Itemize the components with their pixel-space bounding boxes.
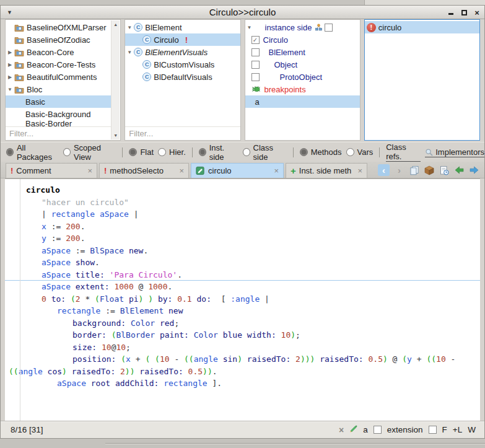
scroll-down-button[interactable]: ▼	[113, 131, 118, 139]
expander-icon[interactable]: ▼	[6, 87, 14, 92]
expander-icon[interactable]: ▼	[125, 50, 134, 55]
class-filter-input[interactable]	[125, 127, 240, 140]
close-icon[interactable]: ×	[355, 166, 362, 175]
package-row[interactable]: BaselineOfZodiac	[6, 33, 111, 46]
status-a-label: a	[363, 425, 368, 434]
tab-inst-side-metho[interactable]: +Inst. side metho×	[286, 163, 367, 178]
protocol-header-row[interactable]: ▼instance side	[245, 21, 360, 33]
minimize-button[interactable]	[447, 9, 455, 16]
nav-back-button[interactable]: ‹	[378, 164, 390, 176]
code-line: background: Color red;	[5, 317, 480, 330]
radio-flat[interactable]: Flat	[129, 147, 154, 157]
code-line: aSpace title: 'Para Circulo'.	[5, 269, 480, 281]
class-label: BlElement	[145, 23, 181, 32]
copy-icon[interactable]	[409, 165, 420, 176]
dismiss-icon[interactable]: ×	[339, 425, 344, 435]
class-row[interactable]: CCirculo!	[125, 33, 240, 46]
protocol-label: ProtoObject	[280, 72, 323, 82]
magnifier-icon	[425, 148, 433, 156]
radio-scoped-view[interactable]: Scoped View	[63, 143, 116, 162]
expander-icon[interactable]: ▶	[6, 50, 14, 55]
class-row[interactable]: ▼CBlElementVisuals	[125, 46, 240, 58]
protocol-row[interactable]: BlElement	[245, 46, 360, 58]
tab-methodselecto[interactable]: !methodSelecto×	[99, 163, 189, 178]
protocol-checkbox[interactable]	[251, 48, 260, 56]
class-row[interactable]: CBlDefaultVisuals	[125, 71, 240, 83]
tab-comment[interactable]: !Comment×	[6, 163, 97, 178]
package-row[interactable]: ▶BeautifulComments	[6, 71, 111, 83]
protocol-checkbox[interactable]	[251, 73, 260, 81]
protocol-row[interactable]: Object	[245, 58, 360, 71]
code-editor[interactable]: circulo"hacer un circulo"| rectangle aSp…	[5, 178, 480, 421]
package-row[interactable]: BaselineOfXMLParser	[6, 21, 111, 33]
expander-icon[interactable]: ▼	[245, 25, 254, 30]
extension-checkbox[interactable]	[374, 426, 382, 434]
packages-scrollbar[interactable]: ▲ ▼	[111, 20, 120, 139]
protocol-checkbox[interactable]: ✓	[251, 36, 260, 44]
package-tag-row[interactable]: Basic-Border	[6, 120, 111, 126]
expander-icon[interactable]: ▶	[6, 62, 14, 68]
header-checkbox[interactable]	[325, 24, 333, 32]
window-title: Circulo>>circulo	[1, 7, 484, 17]
expander-icon[interactable]: ▶	[6, 74, 14, 80]
radio-all-packages[interactable]: All Packages	[6, 143, 59, 162]
package-label: Basic-Background	[25, 110, 91, 119]
edit-pencil-icon[interactable]	[349, 425, 357, 435]
package-row[interactable]: ▶Beacon-Core	[6, 46, 111, 58]
status-bar: 8/16 [31] ×aextensionF+LW	[1, 421, 484, 438]
browse-forward-button[interactable]	[468, 165, 479, 176]
toolbar-separator	[293, 147, 294, 157]
link-class-refs[interactable]: Class refs.	[386, 143, 421, 162]
class-row[interactable]: ▼CBlElement	[125, 21, 240, 33]
code-line: 0 to: (2 * (Float pi) ) by: 0.1 do: [ :a…	[5, 293, 480, 305]
history-icon[interactable]	[439, 165, 450, 176]
method-row[interactable]: !circulo	[365, 21, 479, 33]
bug-icon	[251, 86, 261, 93]
scroll-up-button[interactable]: ▲	[113, 20, 118, 29]
radio-methods[interactable]: Methods	[300, 147, 342, 157]
copy-icon	[409, 165, 419, 175]
protocol-row[interactable]: a	[245, 95, 360, 108]
desktop-bottom-strip	[0, 439, 485, 448]
browser-window: ▼ Circulo>>circulo × BaselineOfXMLParser…	[0, 5, 485, 439]
radio-icon	[199, 148, 206, 156]
history-icon	[439, 165, 449, 175]
protocol-label: breakpoints	[264, 85, 306, 94]
packages-pane: BaselineOfXMLParserBaselineOfZodiac▶Beac…	[5, 19, 121, 141]
desktop-top-strip	[0, 0, 485, 5]
nav-forward-button[interactable]: ›	[393, 164, 405, 176]
package-row[interactable]: ▼Bloc	[6, 83, 111, 95]
radio-vars[interactable]: Vars	[346, 147, 374, 157]
class-row[interactable]: CBlCustomVisuals	[125, 58, 240, 71]
method-icon	[196, 166, 205, 175]
radio-hier[interactable]: Hier.	[158, 147, 186, 157]
expander-icon[interactable]: ▼	[125, 25, 134, 30]
package-tag-row[interactable]: Basic-Background	[6, 108, 111, 120]
method-label: circulo	[378, 23, 402, 32]
package-label: BaselineOfZodiac	[27, 35, 90, 45]
close-button[interactable]: ×	[473, 9, 481, 16]
protocol-row[interactable]: ✓Circulo	[245, 33, 360, 46]
protocol-checkbox[interactable]	[251, 61, 260, 69]
browse-back-button[interactable]	[453, 165, 465, 176]
radio-inst-side[interactable]: Inst. side	[199, 143, 238, 162]
close-icon[interactable]: ×	[85, 166, 92, 175]
class-label: BlCustomVisuals	[154, 60, 214, 69]
tab-label: Inst. side metho	[299, 166, 352, 175]
protocol-row[interactable]: breakpoints	[245, 83, 360, 95]
code-line: border: (BlBorder paint: Color blue widt…	[5, 329, 480, 341]
error-icon: !	[367, 23, 376, 32]
protocols-pane: ▼instance side✓CirculoBlElementObjectPro…	[245, 19, 360, 141]
tab-circulo[interactable]: circulo×	[191, 163, 284, 178]
maximize-button[interactable]	[460, 9, 468, 16]
link-implementors[interactable]: Implementors	[425, 147, 484, 157]
radio-class-side[interactable]: Class side	[243, 143, 287, 162]
package-row[interactable]: ▶Beacon-Core-Tests	[6, 58, 111, 71]
f-checkbox[interactable]	[429, 426, 437, 434]
protocol-row[interactable]: ProtoObject	[245, 71, 360, 83]
close-icon[interactable]: ×	[177, 166, 184, 175]
package-tag-row[interactable]: Basic	[6, 95, 111, 108]
package-box-icon[interactable]	[424, 165, 435, 176]
close-icon[interactable]: ×	[271, 166, 279, 175]
package-filter-input[interactable]	[6, 127, 111, 140]
